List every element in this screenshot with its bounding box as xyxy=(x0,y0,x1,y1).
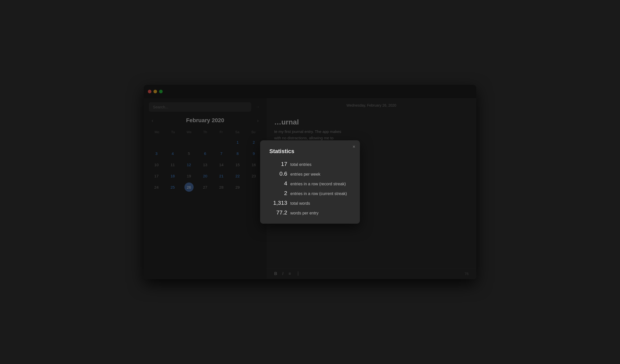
stat-label-3: entries in a row (current streak) xyxy=(290,191,347,196)
stat-value-1: 0.6 xyxy=(269,170,287,177)
stat-value-4: 1,313 xyxy=(269,200,287,206)
stat-row-2: 4entries in a row (record streak) xyxy=(269,180,351,187)
stat-row-5: 77.2words per entry xyxy=(269,209,351,216)
stat-label-1: entries per week xyxy=(290,172,320,177)
modal-title: Statistics xyxy=(269,148,351,155)
modal-overlay[interactable]: × Statistics 17total entries0.6entries p… xyxy=(144,85,476,279)
stat-label-0: total entries xyxy=(290,162,312,167)
stat-row-0: 17total entries xyxy=(269,161,351,167)
stat-row-3: 2entries in a row (current streak) xyxy=(269,190,351,197)
stats-list: 17total entries0.6entries per week4entri… xyxy=(269,161,351,216)
modal-close-button[interactable]: × xyxy=(352,144,355,149)
stat-label-5: words per entry xyxy=(290,211,318,215)
statistics-modal: × Statistics 17total entries0.6entries p… xyxy=(260,140,360,224)
stat-row-1: 0.6entries per week xyxy=(269,170,351,177)
stat-label-4: total words xyxy=(290,201,310,206)
stat-row-4: 1,313total words xyxy=(269,200,351,206)
stat-label-2: entries in a row (record streak) xyxy=(290,182,346,186)
stat-value-3: 2 xyxy=(269,190,287,197)
app-window: → ‹ February 2020 › Mo Tu We Th Fr Sa xyxy=(144,85,476,279)
stat-value-5: 77.2 xyxy=(269,209,287,216)
stat-value-2: 4 xyxy=(269,180,287,187)
stat-value-0: 17 xyxy=(269,161,287,167)
